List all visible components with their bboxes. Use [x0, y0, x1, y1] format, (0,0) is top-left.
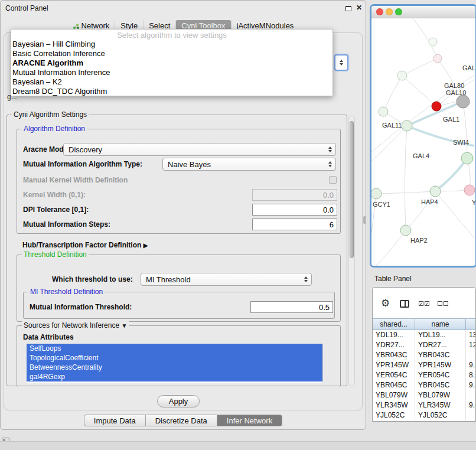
- mi-steps-label: Mutual Information Steps:: [23, 220, 110, 229]
- settings-group-title: Cyni Algorithm Settings: [12, 110, 89, 119]
- table-header-row: shared...name: [373, 318, 475, 330]
- attribute-item-selfloops[interactable]: SelfLoops: [27, 344, 322, 353]
- which-threshold-select[interactable]: MI Threshold: [141, 273, 312, 286]
- table-row[interactable]: YJL052CYJL052C: [373, 410, 475, 420]
- dpi-tolerance-input[interactable]: [252, 204, 337, 216]
- table-row[interactable]: YBL079WYBL079W: [373, 390, 475, 400]
- graph-node[interactable]: [461, 152, 473, 164]
- table-row[interactable]: YER054CYER054C8.: [373, 370, 475, 380]
- which-threshold-value: MI Threshold: [146, 275, 191, 284]
- table-row[interactable]: YDL19...YDL19...13: [373, 330, 475, 340]
- mi-steps-input[interactable]: [252, 219, 337, 230]
- graph-node[interactable]: [432, 102, 441, 111]
- mi-type-value: Naive Bayes: [168, 160, 211, 169]
- deselect-all-icon[interactable]: [438, 301, 448, 306]
- mi-algorithm-type-select[interactable]: Naive Bayes: [162, 158, 336, 171]
- hub-definition-label: Hub/Transcription Factor Definition: [22, 241, 141, 249]
- table-row[interactable]: YDR27...YDR27...12: [373, 340, 475, 350]
- select-all-icon[interactable]: ✓ ✓: [419, 301, 429, 306]
- bottom-tabs: Impute DataDiscretize DataInfer Network: [1, 415, 366, 426]
- list-scrollbar[interactable]: [322, 344, 329, 383]
- combo-arrows-icon: [328, 146, 332, 152]
- node-label-hap2: HAP2: [410, 237, 428, 244]
- aracne-mode-select[interactable]: Discovery: [63, 143, 336, 156]
- table-row[interactable]: YBR045CYBR045C9.: [373, 380, 475, 390]
- node-label-gal80: GAL80: [444, 82, 464, 89]
- table-cell: 9.: [466, 360, 475, 370]
- node-label-gcy1: GCY1: [373, 201, 390, 208]
- graph-node[interactable]: [464, 185, 475, 195]
- graph-node[interactable]: [430, 186, 441, 197]
- attribute-item-betweennesscentrality[interactable]: BetweennessCentrality: [27, 363, 322, 372]
- graph-node[interactable]: [457, 95, 470, 108]
- node-label-swi4: SWI4: [453, 139, 469, 146]
- column-header-name[interactable]: name: [415, 318, 466, 330]
- network-window-titlebar[interactable]: [371, 6, 475, 18]
- combo-arrows-icon: [304, 276, 308, 282]
- algorithm-option-bayesian-k2[interactable]: Bayesian – K2: [11, 77, 332, 87]
- mi-threshold-input[interactable]: [250, 301, 333, 313]
- column-header-shared-[interactable]: shared...: [373, 318, 415, 330]
- algorithm-option-basic-correlation-inference[interactable]: Basic Correlation Inference: [11, 49, 332, 58]
- network-canvas[interactable]: GAL80GAL10GAL11GAL1SWI4GAL4GCY1HAP4HAP2G…: [371, 18, 475, 266]
- table-cell: YDL19...: [415, 330, 466, 340]
- column-header-extra[interactable]: [466, 318, 476, 330]
- graph-edge: [405, 126, 407, 230]
- algorithm-combobox-fragment[interactable]: [334, 54, 348, 71]
- table-row[interactable]: YPR145WYPR145W9.: [373, 360, 475, 370]
- kernel-width-input: [252, 189, 337, 201]
- zoom-traffic-light-icon[interactable]: [395, 8, 402, 15]
- table-toolbar: ⚙ ✓ ✓: [373, 288, 475, 318]
- scrollbar-thumb[interactable]: [350, 121, 354, 258]
- panel-resize-grip[interactable]: [363, 216, 366, 224]
- settings-scrollbar[interactable]: [348, 116, 355, 386]
- graph-node[interactable]: [379, 107, 388, 116]
- table-row[interactable]: YLR345WYLR345W9.: [373, 400, 475, 410]
- table-cell: YBL079W: [415, 390, 466, 400]
- algorithm-option-dream8-dc-tdc-algorithm[interactable]: Dream8 DC_TDC Algorithm: [11, 87, 332, 96]
- float-window-icon[interactable]: [345, 6, 351, 11]
- algorithm-option-bayesian-hill-climbing[interactable]: Bayesian – Hill Climbing: [11, 40, 332, 49]
- table-cell: YBR045C: [415, 380, 466, 390]
- graph-node[interactable]: [402, 120, 412, 131]
- graph-node[interactable]: [433, 54, 442, 63]
- sources-group-title[interactable]: Sources for Network Inference ▼: [22, 321, 129, 330]
- table-cell: 9.: [466, 400, 475, 410]
- graph-edge: [383, 76, 402, 112]
- graph-node[interactable]: [397, 71, 407, 80]
- bottom-tab-impute-data[interactable]: Impute Data: [84, 415, 146, 426]
- minimize-traffic-light-icon[interactable]: [386, 8, 393, 15]
- cyni-algorithm-settings-group: Cyni Algorithm Settings Algorithm Defini…: [6, 115, 347, 386]
- aracne-mode-value: Discovery: [69, 145, 102, 154]
- graph-node[interactable]: [400, 225, 411, 236]
- graph-edge: [376, 230, 406, 266]
- attribute-item-gal4rgexp[interactable]: gal4RGexp: [27, 372, 322, 381]
- gear-icon[interactable]: ⚙: [381, 298, 390, 308]
- close-icon[interactable]: ✕: [356, 4, 362, 12]
- graph-node[interactable]: [371, 188, 382, 199]
- apply-button[interactable]: Apply: [157, 395, 200, 407]
- graph-node[interactable]: [429, 38, 437, 46]
- desktop: Control Panel ✕ NetworkStyleSelectCyni T…: [0, 0, 476, 450]
- data-attributes-label: Data Attributes: [23, 333, 74, 341]
- unchecked-box-icon: [438, 301, 442, 306]
- graph-edge: [435, 158, 467, 191]
- column-selector-icon[interactable]: [400, 300, 409, 308]
- table-cell: YPR145W: [415, 360, 466, 370]
- node-label-gal11: GAL11: [382, 122, 402, 129]
- manual-kernel-checkbox[interactable]: [329, 176, 337, 184]
- collapsed-arrow-icon: ▶: [144, 242, 148, 249]
- data-attributes-listbox: SelfLoopsTopologicalCoefficientBetweenne…: [27, 344, 329, 383]
- threshold-definition-group: Threshold Definition Which threshold to …: [17, 255, 341, 322]
- table-cell: YLR345W: [373, 400, 415, 410]
- algorithm-option-mutual-information-inference[interactable]: Mutual Information Inference: [11, 68, 332, 77]
- table-row[interactable]: YBR043CYBR043C: [373, 350, 475, 360]
- close-traffic-light-icon[interactable]: [376, 8, 383, 15]
- hub-definition-toggle[interactable]: Hub/Transcription Factor Definition ▶: [22, 241, 148, 249]
- status-bar: [0, 441, 476, 450]
- bottom-tab-discretize-data[interactable]: Discretize Data: [145, 415, 217, 426]
- algorithm-option-aracne-algorithm[interactable]: ARACNE Algorithm: [11, 58, 332, 68]
- node-label-y: Y: [472, 199, 475, 206]
- bottom-tab-infer-network[interactable]: Infer Network: [217, 415, 282, 426]
- attribute-item-topologicalcoefficient[interactable]: TopologicalCoefficient: [27, 353, 322, 363]
